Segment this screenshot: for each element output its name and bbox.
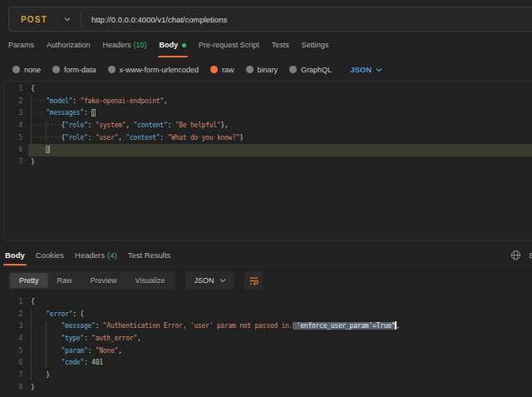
response-tab-headers[interactable]: Headers(4)	[75, 243, 117, 266]
json-punctuation: :·	[84, 109, 91, 117]
method-url-divider	[81, 12, 81, 26]
response-tab-cookies[interactable]: Cookies	[36, 243, 64, 266]
code-line-content: "code": 401	[28, 357, 532, 370]
body-type-radio-raw[interactable]: raw	[210, 66, 234, 74]
matched-bracket: [	[91, 109, 96, 117]
json-punctuation: }	[46, 371, 50, 379]
line-number: 8	[0, 382, 28, 395]
tab-settings[interactable]: Settings	[302, 32, 329, 58]
tab-params[interactable]: Params	[8, 32, 34, 58]
method-label: POST	[21, 15, 47, 24]
tab-headers-label: Headers	[103, 41, 131, 49]
response-tab-headers-label: Headers	[75, 251, 105, 260]
tab-count-badge: (10)	[134, 41, 147, 49]
body-type-radio-x-www-form-urlencoded[interactable]: x-www-form-urlencoded	[108, 66, 200, 74]
code-line: 4 "type": "auth_error",	[0, 333, 532, 345]
view-preview[interactable]: Preview	[81, 273, 126, 288]
request-body-editor[interactable]: 1{2····"model":·"fake-openai-endpoint",3…	[4, 83, 532, 169]
globe-icon[interactable]	[510, 250, 521, 261]
json-punctuation: ,	[164, 97, 168, 105]
radio-circle-icon	[108, 66, 116, 73]
status-text-fragment: S	[529, 251, 532, 260]
body-type-radio-none[interactable]: none	[12, 66, 41, 74]
json-key: "param"	[62, 347, 88, 355]
response-tab-body[interactable]: Body	[5, 243, 25, 266]
code-line-content: ········{"role":·"user",·"content":·"Wha…	[28, 132, 532, 145]
json-string: "user"	[96, 134, 118, 141]
line-number: 3	[0, 320, 28, 333]
tab-body-label: Body	[160, 41, 179, 49]
code-line-content: "message": "Authentication Error, 'user'…	[28, 320, 532, 333]
response-body-editor[interactable]: 1{2 "error": {3 "message": "Authenticati…	[0, 296, 532, 395]
code-line-content: ········{"role":·"system",·"content":·"B…	[28, 120, 532, 132]
code-line-content: {	[28, 296, 532, 309]
tab-pre-request-script[interactable]: Pre-request Script	[199, 32, 259, 58]
code-line-content: {	[28, 83, 532, 96]
json-punctuation: :·	[167, 122, 175, 129]
json-punctuation: :	[84, 359, 91, 366]
json-key: "message"	[62, 322, 96, 330]
view-visualize[interactable]: Visualize	[126, 273, 175, 288]
json-punctuation: :·	[88, 122, 96, 129]
response-tabs: S BodyCookiesHeaders(4)Test Results	[0, 243, 532, 267]
indent-guide	[46, 122, 47, 142]
response-tab-test-results[interactable]: Test Results	[128, 243, 171, 266]
code-line-content: }	[28, 156, 532, 169]
body-type-radio-graphql[interactable]: GraphQL	[289, 66, 332, 74]
view-pretty[interactable]: Pretty	[10, 273, 48, 288]
body-type-label: binary	[258, 66, 278, 74]
json-punctuation: :	[96, 322, 103, 330]
view-raw[interactable]: Raw	[48, 273, 81, 288]
line-number: 5	[0, 345, 28, 358]
body-type-radio-binary[interactable]: binary	[246, 66, 278, 74]
indent-guide	[46, 322, 47, 368]
body-type-label: GraphQL	[301, 66, 332, 74]
json-key: "type"	[62, 335, 84, 342]
json-string: "None"	[96, 347, 118, 355]
whitespace-dots: ·	[186, 134, 190, 141]
json-punctuation: ,	[137, 335, 141, 342]
radio-circle-icon	[289, 66, 297, 73]
unsaved-changes-dot-icon	[182, 43, 186, 47]
request-url-bar: POST http://0.0.0.0:4000/v1/chat/complet…	[8, 7, 532, 32]
line-number: 1	[0, 296, 28, 309]
method-selector[interactable]: POST	[9, 15, 81, 24]
json-key: "role"	[65, 134, 87, 141]
json-key: "content"	[133, 122, 167, 129]
code-line: 1{	[4, 83, 532, 96]
line-number: 3	[4, 107, 28, 120]
request-language-dropdown[interactable]: JSON	[350, 65, 382, 74]
code-line: 2····"model":·"fake-openai-endpoint",	[4, 96, 532, 108]
whitespace-dots: ·	[213, 134, 217, 141]
whitespace-indent	[31, 310, 46, 318]
response-tab-cookies-label: Cookies	[36, 251, 64, 260]
json-key: "content"	[126, 134, 160, 141]
json-string: "What·do·you·know?"	[168, 134, 240, 141]
indent-guide	[31, 97, 32, 156]
code-line: 3 "message": "Authentication Error, 'use…	[0, 320, 532, 333]
matched-bracket: ]	[46, 146, 50, 153]
code-line: 2 "error": {	[0, 309, 532, 321]
response-language-dropdown[interactable]: JSON	[185, 271, 234, 290]
code-line: 6····]	[4, 144, 532, 156]
line-number: 1	[4, 83, 28, 96]
tab-headers[interactable]: Headers(10)	[103, 32, 147, 58]
code-line-content: ····]	[28, 144, 532, 156]
tab-params-label: Params	[8, 41, 34, 49]
body-type-radio-form-data[interactable]: form-data	[52, 66, 96, 74]
tab-body[interactable]: Body	[160, 32, 187, 58]
code-line: 7}	[4, 156, 532, 169]
json-punctuation: }	[239, 134, 244, 141]
tab-tests[interactable]: Tests	[272, 32, 289, 58]
json-punctuation: {	[31, 298, 35, 305]
tab-authorization[interactable]: Authorization	[47, 32, 91, 58]
tab-count-badge: (4)	[107, 251, 117, 260]
code-line-content: }	[28, 370, 532, 382]
radio-circle-icon	[246, 66, 254, 73]
json-string: "Be·helpful"	[175, 122, 221, 129]
response-body-section: 1{2 "error": {3 "message": "Authenticati…	[0, 294, 532, 395]
wrap-text-button[interactable]	[244, 271, 263, 290]
request-body-editor-panel: 1{2····"model":·"fake-openai-endpoint",3…	[3, 81, 532, 241]
url-input[interactable]: http://0.0.0.0:4000/v1/chat/completions	[91, 15, 227, 24]
code-line-content: "param": "None",	[28, 345, 532, 358]
